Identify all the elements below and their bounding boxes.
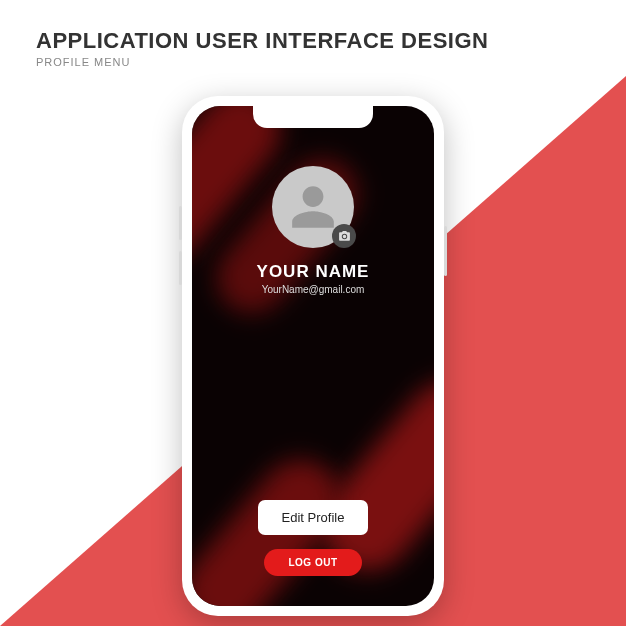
edit-profile-button[interactable]: Edit Profile (258, 500, 369, 535)
profile-email: YourName@gmail.com (262, 284, 365, 295)
page-header: APPLICATION USER INTERFACE DESIGN PROFIL… (0, 0, 626, 68)
edit-avatar-button[interactable] (332, 224, 356, 248)
phone-mockup: YOUR NAME YourName@gmail.com Edit Profil… (182, 96, 444, 616)
phone-screen: YOUR NAME YourName@gmail.com Edit Profil… (192, 106, 434, 606)
phone-frame: YOUR NAME YourName@gmail.com Edit Profil… (182, 96, 444, 616)
phone-side-button (179, 206, 182, 240)
person-icon (288, 182, 338, 232)
profile-content: YOUR NAME YourName@gmail.com Edit Profil… (192, 106, 434, 606)
camera-icon (338, 230, 351, 243)
logout-button[interactable]: LOG OUT (264, 549, 361, 576)
avatar-container[interactable] (272, 166, 354, 248)
page-title: APPLICATION USER INTERFACE DESIGN (36, 28, 590, 54)
phone-side-button (444, 226, 447, 276)
phone-side-button (179, 251, 182, 285)
phone-notch (253, 106, 373, 128)
page-subtitle: PROFILE MENU (36, 56, 590, 68)
profile-name: YOUR NAME (257, 262, 370, 282)
